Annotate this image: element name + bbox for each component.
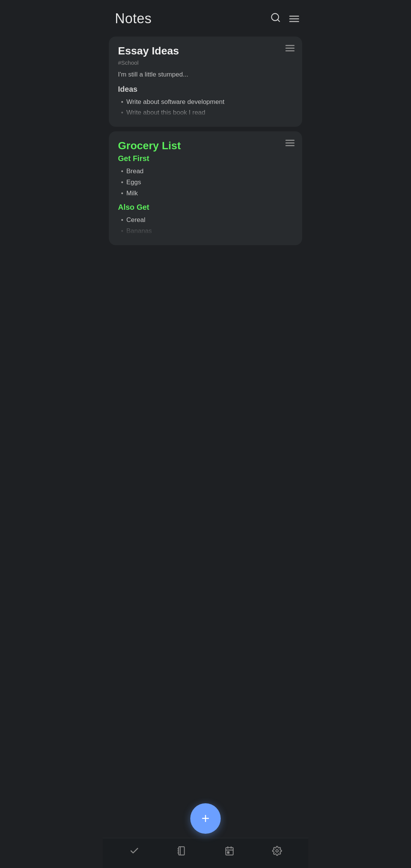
nav-tasks[interactable] [125, 844, 144, 860]
list-item: • Milk [118, 188, 295, 199]
list-item: • Write about this book I read [118, 107, 295, 118]
svg-rect-11 [227, 852, 229, 853]
bottom-navigation [103, 838, 308, 868]
bullet-icon: • [121, 177, 123, 188]
list-item: • Cereal [118, 215, 295, 226]
note-header: Grocery List [118, 140, 295, 152]
svg-rect-2 [178, 847, 184, 855]
add-note-fab[interactable]: + [190, 803, 221, 834]
note-menu-button-essay[interactable] [285, 45, 295, 51]
notebook-icon [177, 846, 187, 858]
note-preview-essay: I'm still a little stumped... [118, 70, 295, 80]
app-title: Notes [115, 11, 152, 27]
list-item: • Bread [118, 166, 295, 177]
settings-icon [272, 846, 282, 858]
add-icon: + [201, 812, 209, 825]
note-title-essay: Essay Ideas [118, 45, 285, 57]
list-item: • Eggs [118, 177, 295, 188]
nav-calendar[interactable] [220, 844, 239, 860]
bullet-icon: • [121, 215, 123, 226]
note-title-grocery: Grocery List [118, 140, 285, 152]
menu-icon[interactable] [289, 16, 299, 22]
checkmark-icon [129, 846, 139, 858]
bullet-icon: • [121, 97, 123, 108]
notes-list: Essay Ideas #School I'm still a little s… [103, 34, 308, 291]
note-card-grocery[interactable]: Grocery List Get First • Bread • Eggs • … [109, 131, 302, 245]
app-header: Notes [103, 0, 308, 34]
search-icon[interactable] [270, 12, 281, 26]
bullet-icon: • [121, 107, 123, 118]
note-card-essay[interactable]: Essay Ideas #School I'm still a little s… [109, 37, 302, 127]
bullet-icon: • [121, 226, 123, 237]
note-section-also-get: Also Get [118, 203, 295, 212]
note-section-ideas: Ideas [118, 85, 295, 94]
nav-notes[interactable] [172, 844, 191, 860]
note-menu-button-grocery[interactable] [285, 140, 295, 146]
note-tag-school: #School [118, 59, 295, 66]
nav-settings[interactable] [268, 844, 287, 860]
list-item: • Write about software development [118, 97, 295, 108]
calendar-icon [225, 846, 234, 858]
bullet-icon: • [121, 166, 123, 177]
svg-rect-7 [226, 847, 233, 855]
note-section-get-first: Get First [118, 154, 295, 163]
svg-line-1 [277, 19, 279, 21]
svg-point-12 [276, 850, 278, 852]
header-actions [270, 12, 299, 26]
bullet-icon: • [121, 188, 123, 199]
list-item: • Bananas [118, 226, 295, 237]
note-header: Essay Ideas [118, 45, 295, 57]
